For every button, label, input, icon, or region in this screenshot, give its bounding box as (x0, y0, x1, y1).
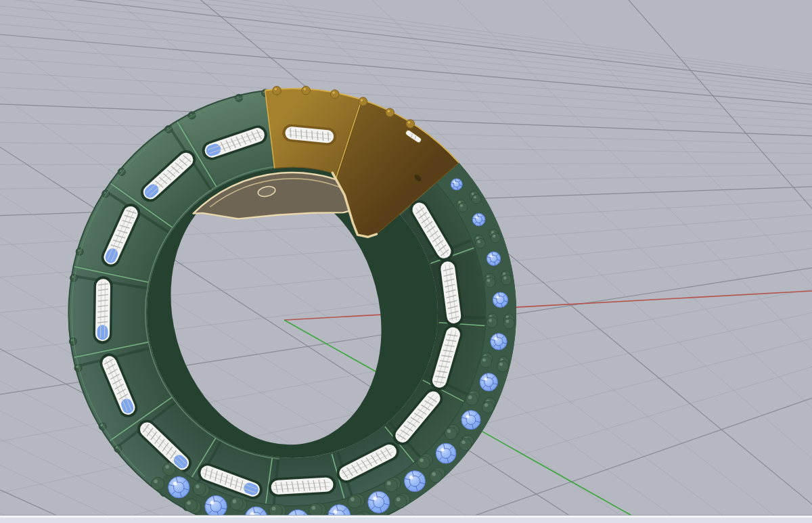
prong (466, 394, 478, 406)
stone-glint (497, 296, 499, 298)
ring-model (0, 0, 812, 523)
prong (475, 239, 485, 249)
stone-glint (334, 510, 338, 514)
stone-glint (453, 181, 455, 183)
prong-highlight (397, 497, 401, 501)
prong-highlight (196, 484, 200, 488)
prong-highlight (154, 480, 158, 484)
prong-highlight (420, 458, 424, 462)
stone-glint (495, 338, 497, 340)
prong-highlight (351, 497, 355, 501)
stone-girdle (451, 179, 462, 190)
window-bottom-edge (0, 516, 812, 523)
stone-glint (484, 378, 487, 380)
prong (482, 401, 494, 413)
stone-girdle (491, 334, 507, 350)
prong (163, 463, 176, 476)
prong-highlight (387, 481, 391, 485)
prong-highlight (432, 472, 436, 476)
prong-highlight (482, 358, 486, 361)
prong-highlight (477, 240, 480, 243)
stone-girdle (368, 491, 390, 513)
prong (459, 438, 472, 451)
stone-glint (409, 476, 413, 479)
prong (445, 427, 457, 439)
prong (152, 477, 164, 490)
stone-glint (476, 217, 478, 219)
selected-bead-highlight (304, 88, 307, 91)
bottom-edge-highlight (0, 516, 812, 518)
selected-bead (273, 87, 281, 95)
prong (497, 361, 509, 372)
prong (230, 497, 243, 510)
prong (472, 194, 481, 204)
prong-highlight (499, 363, 503, 366)
selected-bead (331, 90, 340, 99)
stone-girdle (472, 213, 485, 226)
prong-highlight (493, 235, 495, 237)
prong-highlight (474, 196, 476, 198)
prong (485, 277, 495, 288)
prong (503, 318, 514, 329)
prong-highlight (272, 507, 276, 511)
stone-glint (210, 501, 214, 504)
selected-bead-highlight (408, 121, 411, 124)
selected-bead-highlight (332, 91, 335, 94)
bottom-edge-face (0, 518, 812, 523)
stone-glint (441, 448, 444, 451)
prong (309, 503, 323, 517)
stone-girdle (436, 443, 456, 463)
stone-glint (490, 255, 492, 257)
prong-highlight (233, 499, 237, 503)
stone-glint (173, 482, 177, 485)
stone-girdle (205, 495, 227, 517)
prong-highlight (468, 396, 472, 399)
prong (430, 470, 443, 483)
baguette-slot (93, 276, 112, 344)
selected-bead (386, 108, 394, 117)
prong-highlight (312, 506, 316, 510)
prong (480, 356, 491, 367)
stone-glint (373, 497, 376, 500)
stone-blue-reflection (97, 325, 108, 340)
prong (487, 317, 497, 327)
prong-highlight (503, 277, 507, 280)
prong (418, 456, 430, 469)
selected-bead-highlight (275, 88, 277, 91)
bead-highlight (71, 339, 73, 341)
stone-girdle (493, 292, 508, 307)
prong-highlight (460, 204, 463, 207)
stone-girdle (168, 477, 189, 498)
prong (501, 275, 512, 285)
prong-highlight (489, 319, 492, 322)
prong-highlight (165, 465, 169, 469)
selected-bead (302, 86, 311, 95)
scene-canvas[interactable] (0, 0, 812, 523)
selected-bead (359, 97, 367, 106)
prong (491, 233, 501, 243)
selected-bead-highlight (361, 99, 363, 101)
prong (384, 479, 397, 492)
stone-glint (466, 415, 470, 418)
prong (394, 495, 407, 508)
selected-bead-highlight (388, 110, 390, 113)
viewport-3d[interactable] (0, 0, 812, 523)
bead-highlight (76, 366, 78, 368)
selected-bead (406, 120, 415, 129)
prong-highlight (187, 501, 191, 505)
prong (348, 495, 361, 508)
stone-girdle (461, 411, 480, 430)
prong-highlight (461, 440, 465, 444)
stone-girdle (480, 373, 497, 391)
baguette-slot (268, 475, 336, 498)
stone-girdle (487, 252, 500, 265)
prong (185, 499, 198, 511)
prong (193, 482, 206, 495)
prong-highlight (484, 403, 488, 407)
stone-girdle (405, 471, 426, 492)
prong-highlight (487, 279, 491, 282)
prong-highlight (506, 319, 510, 323)
prong-highlight (447, 430, 451, 433)
prong (458, 202, 468, 212)
